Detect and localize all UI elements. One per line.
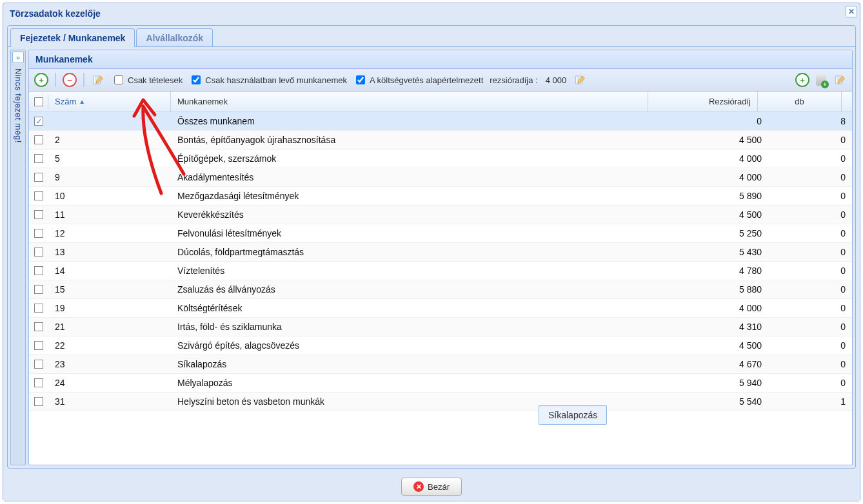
row-checkbox[interactable]: ✓ <box>34 117 43 126</box>
cell-munkanem: Zsaluzás és állványozás <box>171 280 659 298</box>
checkbox-csak-hasznalatban[interactable]: Csak használatban levő munkanemek <box>189 73 347 86</box>
header-checkbox[interactable] <box>34 97 43 106</box>
header-checkbox-cell[interactable] <box>29 95 48 109</box>
row-tooltip: Síkalapozás <box>539 405 607 425</box>
tab-body: » Nincs fejezet még! Munkanemek + − <box>8 47 855 468</box>
cell-rezsioradij: 4 000 <box>659 150 768 168</box>
row-checkbox[interactable] <box>34 210 43 219</box>
checkbox-input[interactable] <box>356 75 365 84</box>
table-row[interactable]: 9Akadálymentesítés4 0000 <box>29 168 852 187</box>
table-row[interactable]: 23Síkalapozás4 6700 <box>29 355 852 374</box>
row-checkbox-cell[interactable] <box>29 301 48 315</box>
row-checkbox-cell[interactable] <box>29 170 48 184</box>
checkbox-label: Csak használatban levő munkanemek <box>205 75 347 85</box>
cell-szam: 31 <box>48 393 171 411</box>
table-row[interactable]: 11Keverékkészítés4 5000 <box>29 206 852 224</box>
table-row[interactable]: 15Zsaluzás és állványozás5 8800 <box>29 280 852 299</box>
edit-rezsi-button[interactable] <box>573 73 587 87</box>
row-checkbox-cell[interactable] <box>29 133 48 147</box>
table-row[interactable]: 2Bontás, építőanyagok újrahasznosítása4 … <box>29 131 852 150</box>
cell-munkanem: Szivárgó építés, alagcsövezés <box>171 336 659 354</box>
tabs-container: Fejezetek / Munkanemek Alvállalkozók » N… <box>7 25 856 469</box>
table-row[interactable]: 12Felvonulási létesítmények5 2500 <box>29 224 852 243</box>
add-button[interactable]: + <box>34 73 48 87</box>
row-checkbox[interactable] <box>34 266 43 275</box>
window-close-button[interactable]: ✕ <box>846 6 857 17</box>
cell-szam: 22 <box>48 336 171 354</box>
row-checkbox[interactable] <box>34 173 43 182</box>
cell-munkanem: Síkalapozás <box>171 355 659 373</box>
row-checkbox-cell[interactable]: ✓ <box>29 114 48 128</box>
row-checkbox-cell[interactable] <box>29 245 48 259</box>
tab-strip: Fejezetek / Munkanemek Alvállalkozók <box>8 26 855 47</box>
table-row[interactable]: 21Irtás, föld- és sziklamunka4 3100 <box>29 318 852 336</box>
row-checkbox[interactable] <box>34 285 43 294</box>
close-dialog-button[interactable]: ✕ Bezár <box>401 478 462 496</box>
add-right-button[interactable]: + <box>795 73 809 87</box>
checkbox-koltsegvetes[interactable]: A költségvetés alapértelmezett <box>353 73 483 86</box>
tab-alvallalkozok[interactable]: Alvállalkozók <box>136 28 213 47</box>
table-row[interactable]: 19Költségtérítések4 0000 <box>29 299 852 318</box>
row-checkbox[interactable] <box>34 229 43 238</box>
edit-right-button[interactable] <box>833 73 847 87</box>
row-checkbox[interactable] <box>34 341 43 350</box>
cell-szam: 9 <box>48 168 171 186</box>
cell-db: 0 <box>768 187 852 205</box>
column-header-rezsioradij[interactable]: Rezsióradíj <box>648 92 758 111</box>
checkbox-label: Csak tételesek <box>128 75 183 85</box>
column-header-munkanemek[interactable]: Munkanemek <box>171 92 648 111</box>
cell-rezsioradij: 4 000 <box>659 299 768 317</box>
row-checkbox[interactable] <box>34 322 43 331</box>
table-row[interactable]: 13Dúcolás, földpartmegtámasztás5 4300 <box>29 243 852 262</box>
edit-button[interactable] <box>91 73 105 87</box>
row-checkbox[interactable] <box>34 397 43 406</box>
cell-szam <box>48 117 171 125</box>
table-row[interactable]: 22Szivárgó építés, alagcsövezés4 5000 <box>29 336 852 355</box>
row-checkbox[interactable] <box>34 378 43 387</box>
db-add-button[interactable]: + <box>816 74 826 86</box>
row-checkbox[interactable] <box>34 191 43 200</box>
cell-rezsioradij: 4 500 <box>659 206 768 224</box>
row-checkbox-cell[interactable] <box>29 338 48 353</box>
tab-fejezetek-munkanemek[interactable]: Fejezetek / Munkanemek <box>10 28 135 47</box>
cell-munkanem: Mezőgazdasági létesítmények <box>171 187 659 205</box>
grid-body[interactable]: ✓Összes munkanem082Bontás, építőanyagok … <box>29 112 852 465</box>
row-checkbox-cell[interactable] <box>29 282 48 296</box>
row-checkbox[interactable] <box>34 154 43 163</box>
row-checkbox-cell[interactable] <box>29 264 48 278</box>
row-checkbox-cell[interactable] <box>29 357 48 371</box>
row-checkbox-cell[interactable] <box>29 394 48 409</box>
table-row[interactable]: ✓Összes munkanem08 <box>29 112 852 131</box>
table-row[interactable]: 24Mélyalapozás5 9400 <box>29 374 852 393</box>
table-row[interactable]: 14Víztelenítés4 7800 <box>29 262 852 280</box>
delete-button[interactable]: − <box>63 73 77 87</box>
sidebar-collapsed-label: Nincs fejezet még! <box>14 66 23 146</box>
row-checkbox-cell[interactable] <box>29 208 48 222</box>
cell-db: 0 <box>768 374 852 392</box>
row-checkbox-cell[interactable] <box>29 376 48 390</box>
cell-db: 0 <box>768 355 852 373</box>
table-row[interactable]: 5Építőgépek, szerszámok4 0000 <box>29 150 852 168</box>
table-row[interactable]: 10Mezőgazdasági létesítmények5 8900 <box>29 187 852 206</box>
checkbox-input[interactable] <box>192 75 201 84</box>
cell-rezsioradij: 5 250 <box>659 224 768 242</box>
sidebar-collapsed: » Nincs fejezet még! <box>10 50 26 465</box>
row-checkbox[interactable] <box>34 247 43 257</box>
column-header-szam[interactable]: Szám ▲ <box>48 92 171 111</box>
separator <box>83 73 84 87</box>
checkbox-csak-tetelesek[interactable]: Csak tételesek <box>112 73 183 86</box>
row-checkbox-cell[interactable] <box>29 320 48 334</box>
row-checkbox-cell[interactable] <box>29 151 48 166</box>
table-row[interactable]: 31Helyszíni beton és vasbeton munkák5 54… <box>29 393 852 411</box>
row-checkbox[interactable] <box>34 304 43 313</box>
row-checkbox-cell[interactable] <box>29 189 48 203</box>
checkbox-input[interactable] <box>114 75 123 84</box>
sidebar-expand-button[interactable]: » <box>12 52 24 63</box>
cell-db: 0 <box>768 243 852 261</box>
cell-szam: 10 <box>48 187 171 205</box>
row-checkbox-cell[interactable] <box>29 226 48 240</box>
row-checkbox[interactable] <box>34 360 43 369</box>
row-checkbox[interactable] <box>34 135 43 144</box>
column-header-db[interactable]: db <box>758 92 842 111</box>
column-label: Szám <box>55 97 76 106</box>
